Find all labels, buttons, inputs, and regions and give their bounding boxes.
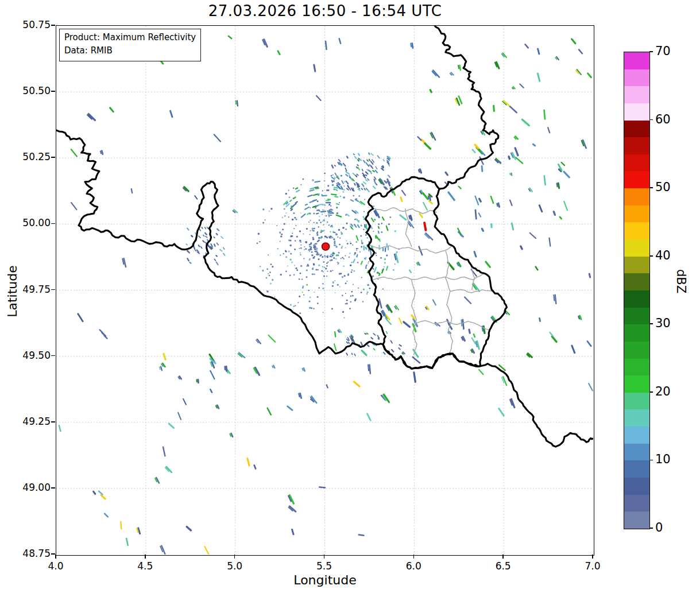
y-tick-mark: [51, 553, 55, 555]
colorbar-tick-label: 30: [655, 316, 671, 330]
x-tick-label: 7.0: [575, 560, 610, 572]
colorbar-tick-label: 70: [655, 44, 671, 58]
x-tick-label: 4.0: [38, 560, 73, 572]
colorbar-segment: [624, 239, 649, 257]
y-tick-label: 50.00: [1, 217, 51, 228]
x-tick-label: 4.5: [128, 560, 163, 572]
annotation-box: Product: Maximum Reflectivity Data: RMIB: [59, 29, 201, 61]
x-tick-mark: [145, 555, 146, 559]
x-tick-mark: [413, 555, 415, 559]
admin-border-7: [450, 290, 493, 293]
colorbar-segment: [624, 121, 649, 138]
colorbar-tick-mark: [649, 51, 653, 52]
y-tick-label: 49.75: [1, 284, 51, 295]
colorbar-segment: [624, 495, 649, 512]
x-tick-label: 6.0: [396, 560, 431, 572]
y-tick-mark: [51, 91, 55, 92]
colorbar-segment: [624, 222, 649, 239]
x-tick-mark: [324, 555, 325, 559]
colorbar-segment: [624, 359, 649, 376]
colorbar-tick-mark: [649, 528, 653, 529]
colorbar-tick-mark: [649, 460, 653, 461]
y-tick-mark: [51, 157, 55, 158]
y-tick-mark: [51, 421, 55, 422]
colorbar-segment: [624, 444, 649, 461]
colorbar-segment: [624, 324, 649, 342]
colorbar-segment: [624, 206, 649, 223]
colorbar-segment: [624, 478, 649, 495]
colorbar-segment: [624, 273, 649, 290]
y-tick-mark: [51, 355, 55, 356]
y-tick-label: 50.50: [1, 85, 51, 96]
colorbar-segment: [624, 137, 649, 154]
colorbar-segment: [624, 511, 649, 529]
colorbar-tick-mark: [649, 187, 653, 188]
y-tick-mark: [51, 289, 55, 290]
colorbar-segment: [624, 103, 649, 121]
colorbar-tick-label: 60: [655, 113, 671, 126]
colorbar-label: dBZ: [674, 264, 688, 298]
colorbar-tick-label: 10: [655, 452, 671, 466]
colorbar-tick-label: 40: [655, 249, 671, 262]
admin-border-1: [405, 209, 412, 247]
colorbar-tick-label: 0: [655, 521, 663, 534]
colorbar-tick-mark: [649, 255, 653, 257]
y-tick-label: 49.00: [1, 482, 51, 493]
y-tick-label: 48.75: [1, 548, 51, 559]
map-plot-area: [56, 25, 594, 556]
colorbar-tick-mark: [649, 323, 653, 324]
product-label: Product: Maximum Reflectivity: [64, 31, 196, 44]
gridlines: [56, 26, 593, 555]
x-tick-label: 5.0: [218, 560, 252, 572]
x-tick-mark: [55, 555, 56, 559]
admin-border-3: [373, 274, 483, 280]
admin-borders: [370, 208, 493, 355]
map-canvas: [56, 26, 593, 555]
y-tick-mark: [51, 25, 55, 26]
colorbar-segment: [624, 86, 649, 103]
x-tick-label: 5.5: [307, 560, 342, 572]
colorbar: [624, 52, 650, 529]
border-belgium-germany: [434, 26, 498, 189]
y-tick-label: 50.75: [1, 19, 51, 30]
colorbar-segment: [624, 69, 649, 87]
x-tick-mark: [502, 555, 504, 559]
colorbar-segment: [624, 154, 649, 172]
x-axis-label: Longitude: [56, 573, 594, 587]
colorbar-tick-label: 20: [655, 385, 671, 398]
colorbar-segment: [624, 409, 649, 427]
radar-echoes: [59, 36, 593, 555]
colorbar-segment: [624, 52, 649, 69]
x-tick-mark: [234, 555, 235, 559]
colorbar-segment: [624, 460, 649, 478]
colorbar-segment: [624, 290, 649, 308]
colorbar-segment: [624, 342, 649, 359]
radar-figure: 27.03.2026 16:50 - 16:54 UTC Product: Ma…: [0, 0, 700, 597]
colorbar-tick-mark: [649, 391, 653, 393]
y-tick-mark: [51, 487, 55, 489]
colorbar-tick-label: 50: [655, 180, 671, 194]
y-tick-label: 49.50: [1, 350, 51, 361]
colorbar-segment: [624, 375, 649, 393]
colorbar-segment: [624, 393, 649, 410]
data-source-label: Data: RMIB: [64, 44, 196, 57]
colorbar-tick-mark: [649, 119, 653, 121]
radar-site-marker: [322, 243, 330, 250]
y-tick-label: 49.25: [1, 416, 51, 427]
colorbar-segment: [624, 308, 649, 325]
colorbar-segment: [624, 171, 649, 188]
x-tick-label: 6.5: [486, 560, 520, 572]
colorbar-segment: [624, 257, 649, 274]
plot-title: 27.03.2026 16:50 - 16:54 UTC: [56, 2, 594, 20]
colorbar-segment: [624, 188, 649, 206]
y-tick-label: 50.25: [1, 151, 51, 162]
x-tick-mark: [592, 555, 593, 559]
border-luxembourg: [366, 177, 507, 369]
colorbar-segment: [624, 427, 649, 444]
y-tick-mark: [51, 223, 55, 224]
